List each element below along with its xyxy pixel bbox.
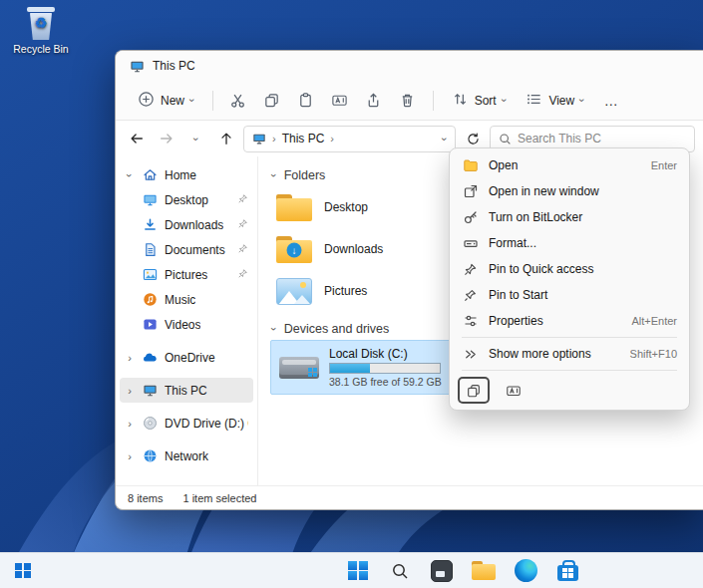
folders-header-label: Folders bbox=[284, 168, 326, 182]
pin-start-icon bbox=[462, 287, 479, 304]
drive-usage-bar bbox=[329, 363, 441, 374]
edge-icon bbox=[515, 559, 537, 582]
paste-button[interactable] bbox=[291, 87, 321, 115]
chevron-right-icon bbox=[125, 418, 135, 430]
drive-name: Local Disk (C:) bbox=[329, 347, 442, 361]
sidebar-item-home[interactable]: Home bbox=[120, 162, 253, 187]
sidebar-item-label: Music bbox=[165, 293, 195, 307]
breadcrumb-this-pc[interactable]: This PC bbox=[282, 132, 325, 146]
menu-item-open[interactable]: Open Enter bbox=[454, 152, 685, 178]
taskbar-edge-button[interactable] bbox=[513, 558, 538, 584]
menu-item-label: Pin to Start bbox=[489, 288, 547, 302]
search-input[interactable] bbox=[518, 132, 686, 146]
menu-item-label: Format... bbox=[489, 236, 536, 250]
sidebar-item-network[interactable]: Network bbox=[120, 443, 253, 468]
sidebar-item-documents[interactable]: Documents bbox=[120, 237, 253, 262]
key-icon bbox=[462, 209, 479, 226]
sidebar-item-onedrive[interactable]: OneDrive bbox=[120, 345, 253, 370]
up-button[interactable] bbox=[213, 126, 239, 151]
view-button[interactable]: View bbox=[518, 86, 591, 116]
recent-locations-button[interactable] bbox=[183, 126, 209, 151]
windows-logo-icon bbox=[15, 563, 30, 578]
start-button[interactable] bbox=[345, 558, 371, 584]
rename-toolbar-button[interactable] bbox=[325, 87, 355, 115]
taskbar-app-dark-window[interactable] bbox=[429, 558, 455, 584]
folder-name: Pictures bbox=[324, 284, 367, 298]
documents-icon bbox=[142, 242, 158, 258]
sidebar-item-videos[interactable]: Videos bbox=[120, 312, 253, 337]
sidebar-item-label: This PC bbox=[165, 384, 207, 398]
address-dropdown-icon[interactable] bbox=[443, 134, 447, 145]
copy-icon bbox=[466, 383, 482, 399]
taskbar-store-button[interactable] bbox=[554, 558, 580, 584]
plus-circle-icon bbox=[138, 91, 155, 111]
this-pc-window-icon bbox=[130, 59, 145, 74]
menu-item-show-more-options[interactable]: Show more options Shift+F10 bbox=[454, 341, 685, 367]
sidebar-item-label: DVD Drive (D:) CENA bbox=[165, 417, 248, 431]
share-button[interactable] bbox=[359, 87, 389, 115]
selected-count: 1 item selected bbox=[182, 492, 256, 504]
see-more-button[interactable]: … bbox=[596, 93, 627, 109]
sidebar-item-label: Videos bbox=[165, 318, 200, 332]
clipboard-icon bbox=[297, 92, 314, 109]
toolbar-divider bbox=[212, 91, 213, 111]
folder-name: Downloads bbox=[324, 242, 383, 256]
copy-toolbar-button[interactable] bbox=[257, 87, 287, 115]
menu-item-properties[interactable]: Properties Alt+Enter bbox=[454, 308, 685, 334]
folder-icon bbox=[472, 561, 496, 580]
folder-item-downloads[interactable]: ↓ Downloads bbox=[270, 228, 460, 270]
desktop-icon bbox=[142, 192, 158, 208]
chevron-down-icon bbox=[190, 95, 194, 106]
recycle-bin[interactable]: Recycle Bin bbox=[8, 6, 74, 55]
sidebar-item-this-pc[interactable]: This PC bbox=[120, 378, 253, 403]
taskbar-corner-windows-button[interactable] bbox=[10, 558, 36, 584]
menu-shortcut: Alt+Enter bbox=[631, 315, 677, 327]
local-disk-item[interactable]: Local Disk (C:) 38.1 GB free of 59.2 GB bbox=[270, 340, 454, 395]
folder-item-pictures[interactable]: Pictures bbox=[270, 270, 460, 312]
menu-item-label: Open in new window bbox=[489, 184, 599, 198]
home-icon bbox=[142, 167, 158, 183]
sidebar-item-desktop[interactable]: Desktop bbox=[120, 187, 253, 212]
copy-icon bbox=[263, 92, 280, 109]
chevron-down-icon bbox=[268, 327, 280, 331]
menu-item-bitlocker[interactable]: Turn on BitLocker bbox=[454, 204, 685, 230]
folder-name: Desktop bbox=[324, 200, 368, 214]
back-button[interactable] bbox=[124, 126, 150, 151]
cut-button[interactable] bbox=[223, 87, 253, 115]
breadcrumb[interactable]: This PC bbox=[243, 126, 456, 152]
recycle-bin-label: Recycle Bin bbox=[8, 43, 74, 55]
forward-button[interactable] bbox=[154, 126, 179, 151]
menu-item-format[interactable]: Format... bbox=[454, 230, 685, 256]
copy-button[interactable] bbox=[458, 377, 490, 404]
pin-icon bbox=[237, 268, 248, 282]
taskbar-center-icons bbox=[345, 558, 580, 584]
format-drive-icon bbox=[462, 235, 479, 252]
microsoft-store-icon bbox=[557, 565, 578, 581]
new-button[interactable]: New bbox=[130, 86, 202, 116]
title-bar[interactable]: This PC bbox=[116, 51, 703, 81]
sidebar-item-dvd-drive[interactable]: DVD Drive (D:) CENA bbox=[120, 411, 253, 436]
open-folder-icon bbox=[462, 157, 479, 174]
navigation-pane: Home Desktop bbox=[116, 156, 258, 485]
view-icon bbox=[526, 91, 542, 111]
taskbar-search-button[interactable] bbox=[387, 558, 413, 584]
rename-button[interactable] bbox=[498, 377, 529, 404]
sidebar-item-music[interactable]: Music bbox=[120, 287, 253, 312]
menu-separator bbox=[462, 337, 677, 338]
scissors-icon bbox=[229, 92, 246, 109]
menu-item-open-new-window[interactable]: Open in new window bbox=[454, 178, 685, 204]
new-window-icon bbox=[462, 183, 479, 200]
folder-item-desktop[interactable]: Desktop bbox=[270, 186, 460, 228]
recycle-bin-icon bbox=[26, 6, 56, 40]
refresh-icon bbox=[466, 132, 481, 147]
sort-button[interactable]: Sort bbox=[444, 86, 515, 116]
sidebar-item-downloads[interactable]: Downloads bbox=[120, 212, 253, 237]
taskbar-file-explorer-button[interactable] bbox=[471, 558, 497, 584]
delete-button[interactable] bbox=[393, 87, 423, 115]
sidebar-item-pictures[interactable]: Pictures bbox=[120, 262, 253, 287]
menu-item-pin-start[interactable]: Pin to Start bbox=[454, 282, 685, 308]
pictures-icon bbox=[276, 278, 312, 305]
network-icon bbox=[142, 448, 158, 464]
menu-item-pin-quick-access[interactable]: Pin to Quick access bbox=[454, 256, 685, 282]
chevron-down-icon bbox=[580, 95, 584, 106]
